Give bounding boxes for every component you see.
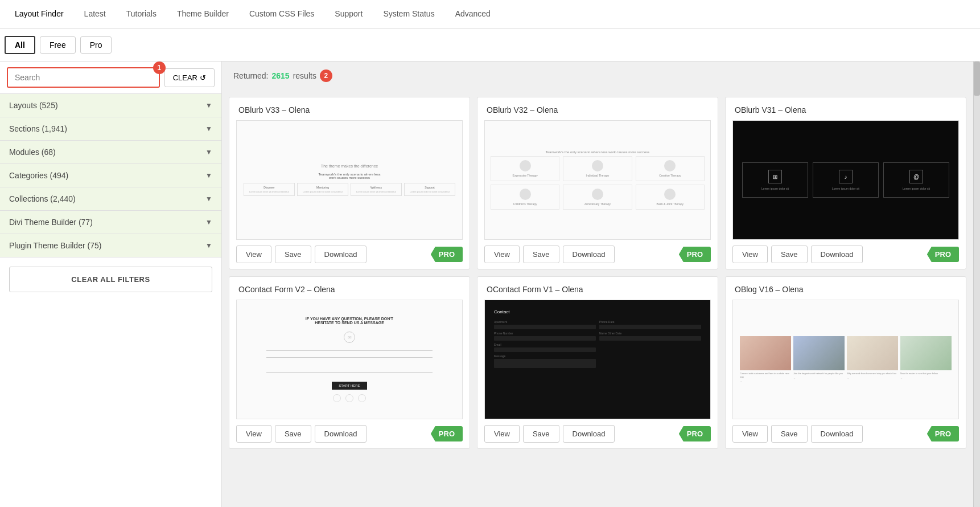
chevron-down-icon: ▼ [205,218,212,226]
filter-tabs-bar: All Free Pro [0,29,980,62]
sidebar: 1 CLEAR ↺ Layouts (525) ▼ Sections (1,94… [0,62,222,507]
card-oblog-v16: OBlog V16 – Olena Connect with customers… [725,276,966,449]
nav-item-latest[interactable]: Latest [74,0,116,28]
card-title: OBlurb V32 – Olena [477,97,718,120]
save-button[interactable]: Save [771,425,808,443]
filter-group-plugin-theme: Plugin Theme Builder (75) ▼ [0,234,221,257]
content-area: Returned: 2615 results 2 OBlurb V33 – Ol… [222,62,973,507]
card-preview: IF YOU HAVE ANY QUESTION, PLEASE DON'THE… [236,300,463,419]
download-button[interactable]: Download [811,246,863,263]
filter-group-divi-theme: Divi Theme Builder (77) ▼ [0,211,221,234]
filter-group-collections-label: Collections (2,440) [9,194,76,203]
card-actions: View Save Download PRO [229,419,470,448]
save-button[interactable]: Save [523,246,559,263]
chevron-down-icon: ▼ [205,171,212,179]
card-preview: Teamwork's the only scenario where less … [484,120,711,240]
save-button[interactable]: Save [275,425,311,443]
clear-button[interactable]: CLEAR ↺ [164,68,215,87]
card-title: OBlurb V31 – Olena [726,97,966,120]
card-ocontact-v1: OContact Form V1 – Olena Contact Apartme… [477,276,718,449]
filter-group-categories-header[interactable]: Categories (494) ▼ [0,164,221,187]
filter-group-layouts-label: Layouts (525) [9,101,58,110]
card-actions: View Save Download PRO [477,419,718,448]
card-preview: Connect with customers and fans in a who… [732,300,959,419]
top-navigation: Layout Finder Latest Tutorials Theme Bui… [0,0,980,29]
card-actions: View Save Download PRO [229,240,470,269]
nav-item-layout-finder[interactable]: Layout Finder [5,0,74,28]
results-count: 2615 [271,71,289,80]
cards-grid: OBlurb V33 – Olena The theme makes the d… [222,90,973,456]
view-button[interactable]: View [236,246,271,263]
chevron-down-icon: ▼ [205,101,212,109]
view-button[interactable]: View [732,246,768,263]
card-actions: View Save Download PRO [726,419,966,448]
download-button[interactable]: Download [315,425,367,443]
card-actions: View Save Download PRO [726,240,966,269]
filter-tab-free[interactable]: Free [40,36,76,54]
save-button[interactable]: Save [523,425,559,443]
chevron-down-icon: ▼ [205,125,212,133]
search-input-wrapper: 1 [7,67,160,88]
download-button[interactable]: Download [315,246,367,263]
nav-item-tutorials[interactable]: Tutorials [116,0,167,28]
filter-tab-pro[interactable]: Pro [80,36,112,54]
view-button[interactable]: View [236,425,271,443]
card-oblurb-v32: OBlurb V32 – Olena Teamwork's the only s… [477,97,718,269]
pro-badge: PRO [431,247,463,262]
filter-group-divi-theme-header[interactable]: Divi Theme Builder (77) ▼ [0,211,221,234]
filter-group-plugin-label: Plugin Theme Builder (75) [9,241,101,250]
filter-group-layouts-header[interactable]: Layouts (525) ▼ [0,94,221,117]
save-button[interactable]: Save [275,246,311,263]
filter-tab-all[interactable]: All [5,36,35,54]
scrollbar[interactable] [973,62,980,507]
results-prefix: Returned: [233,71,268,80]
view-button[interactable]: View [732,425,768,443]
filter-group-sections-label: Sections (1,941) [9,124,67,133]
pro-badge: PRO [431,426,463,441]
clear-label: CLEAR [173,73,197,82]
card-preview: The theme makes the difference Teamwork'… [236,120,463,240]
download-button[interactable]: Download [563,246,615,263]
dark-preview: ⊞ Lorem ipsum dolor sit ♪ Lorem ipsum do… [733,121,958,239]
card-oblurb-v33: OBlurb V33 – Olena The theme makes the d… [229,97,470,269]
filter-group-divi-label: Divi Theme Builder (77) [9,218,93,227]
search-bar: 1 CLEAR ↺ [0,62,221,94]
view-button[interactable]: View [484,246,520,263]
clear-all-filters-button[interactable]: CLEAR ALL FILTERS [9,267,212,292]
filter-group-categories-label: Categories (494) [9,171,68,180]
card-preview: ⊞ Lorem ipsum dolor sit ♪ Lorem ipsum do… [732,120,959,240]
results-header: Returned: 2615 results 2 [222,62,973,90]
filter-group-modules-header[interactable]: Modules (68) ▼ [0,141,221,163]
pro-badge: PRO [927,426,959,441]
download-button[interactable]: Download [811,425,863,443]
filter-group-collections-header[interactable]: Collections (2,440) ▼ [0,187,221,210]
view-button[interactable]: View [484,425,520,443]
chevron-down-icon: ▼ [205,195,212,203]
nav-item-custom-css[interactable]: Custom CSS Files [239,0,324,28]
filter-group-plugin-theme-header[interactable]: Plugin Theme Builder (75) ▼ [0,234,221,257]
filter-group-modules-label: Modules (68) [9,148,56,157]
filter-group-modules: Modules (68) ▼ [0,141,221,164]
nav-item-system-status[interactable]: System Status [373,0,444,28]
nav-item-advanced[interactable]: Advanced [445,0,501,28]
chevron-down-icon: ▼ [205,148,212,156]
download-button[interactable]: Download [563,425,615,443]
card-title: OContact Form V2 – Olena [229,277,470,300]
nav-item-support[interactable]: Support [324,0,373,28]
dark-contact-preview: Contact Apartment Phone Number Email Mes… [485,300,710,419]
card-title: OContact Form V1 – Olena [477,277,718,300]
pro-badge: PRO [679,247,711,262]
filter-group-collections: Collections (2,440) ▼ [0,187,221,211]
card-oblurb-v31: OBlurb V31 – Olena ⊞ Lorem ipsum dolor s… [725,97,966,269]
save-button[interactable]: Save [771,246,808,263]
card-title: OBlog V16 – Olena [726,277,966,300]
results-badge: 2 [320,69,332,82]
filter-group-layouts: Layouts (525) ▼ [0,94,221,117]
refresh-icon: ↺ [200,73,206,82]
card-ocontact-v2: OContact Form V2 – Olena IF YOU HAVE ANY… [229,276,470,449]
nav-item-theme-builder[interactable]: Theme Builder [167,0,239,28]
filter-group-sections-header[interactable]: Sections (1,941) ▼ [0,117,221,140]
search-input[interactable] [7,67,160,88]
filter-group-categories: Categories (494) ▼ [0,164,221,187]
card-actions: View Save Download PRO [477,240,718,269]
